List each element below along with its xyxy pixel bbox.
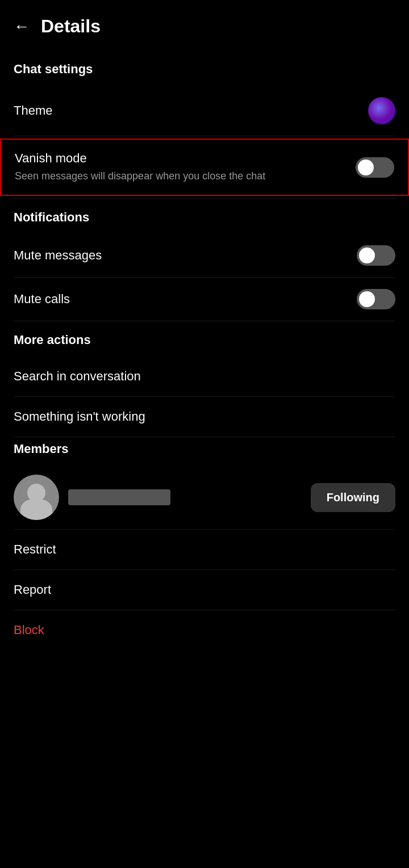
mute-messages-slider xyxy=(357,245,395,266)
chat-settings-label: Chat settings xyxy=(0,51,409,86)
avatar xyxy=(14,475,59,520)
theme-row[interactable]: Theme xyxy=(0,86,409,136)
block-row[interactable]: Block xyxy=(0,610,409,650)
mute-calls-toggle[interactable] xyxy=(357,289,395,309)
something-isnt-working-row[interactable]: Something isn't working xyxy=(0,397,409,437)
header: ← Details xyxy=(0,0,409,51)
member-row[interactable]: Following xyxy=(0,466,409,529)
theme-label: Theme xyxy=(14,103,52,118)
page-title: Details xyxy=(41,16,101,37)
more-actions-label: More actions xyxy=(0,321,409,357)
toggle-slider xyxy=(356,157,394,178)
mute-calls-row[interactable]: Mute calls xyxy=(0,278,409,321)
mute-calls-slider xyxy=(357,289,395,309)
report-row[interactable]: Report xyxy=(0,570,409,610)
vanish-mode-section: Vanish mode Seen messages will disappear… xyxy=(0,139,409,196)
mute-messages-row[interactable]: Mute messages xyxy=(0,234,409,277)
vanish-mode-title: Vanish mode xyxy=(15,151,344,166)
notifications-label: Notifications xyxy=(0,199,409,234)
members-label: Members xyxy=(0,437,409,466)
vanish-mode-toggle[interactable] xyxy=(356,157,394,178)
mute-messages-label: Mute messages xyxy=(14,248,102,263)
back-button[interactable]: ← xyxy=(14,18,30,36)
mute-calls-label: Mute calls xyxy=(14,292,70,307)
search-in-conversation-row[interactable]: Search in conversation xyxy=(0,357,409,396)
vanish-mode-subtitle: Seen messages will disappear when you cl… xyxy=(15,169,344,183)
username-placeholder xyxy=(68,489,170,505)
restrict-row[interactable]: Restrict xyxy=(0,530,409,569)
following-button[interactable]: Following xyxy=(311,483,395,512)
mute-messages-toggle[interactable] xyxy=(357,245,395,266)
theme-circle[interactable] xyxy=(368,97,395,124)
vanish-mode-text: Vanish mode Seen messages will disappear… xyxy=(15,151,356,183)
divider-1 xyxy=(14,136,395,136)
avatar-body xyxy=(20,498,52,520)
